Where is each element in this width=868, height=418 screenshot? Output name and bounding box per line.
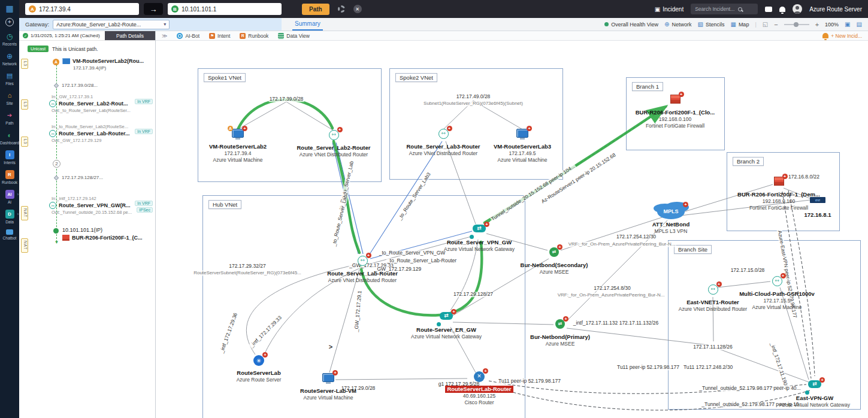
sidebar-item-recents[interactable]: ◷Recents — [0, 32, 19, 46]
sidebar-item-path[interactable]: ➔Path — [0, 111, 19, 125]
sidebar-item-ai[interactable]: AIAI› — [0, 190, 19, 204]
source-input[interactable]: A 172.17.39.4 — [25, 3, 139, 15]
incident-search-input[interactable]: Search Incident... — [691, 4, 758, 14]
node-name: Route-Server_ER_GW — [395, 326, 497, 334]
path-endpoint-b[interactable]: 10.101.101.1(IP)BUR-R206-Forti200F-1_(C.… — [49, 227, 155, 241]
gateway-select[interactable]: Azure:Route_Server_Lab2-Route... ▾ — [53, 20, 170, 29]
map-node-route-server-lab2-router[interactable]: ‹·›+Route_Server_Lab2-RouterAzure VNet D… — [283, 130, 385, 158]
path-subnet[interactable]: 172.17.39.0/28... — [49, 83, 155, 88]
hop-name: Route_Server_Lab-Router... — [59, 131, 130, 137]
sidebar-item-data[interactable]: DData› — [0, 210, 19, 224]
sidebar-item-files[interactable]: ▤Files — [0, 71, 19, 86]
fit-to-screen-icon[interactable]: ◱ — [763, 21, 768, 28]
new-incident-button[interactable]: + New Incid... — [822, 33, 862, 39]
node-name: ATT_NetBond — [620, 221, 722, 228]
layer-badge: NAT — [21, 206, 28, 220]
sidebar-item-label: Files — [5, 81, 14, 86]
path-subnet[interactable]: 172.17.29.128/27... — [49, 175, 155, 180]
sidebar-item-runbook[interactable]: RRunbook — [0, 170, 19, 184]
map-node-route-server-er-gw[interactable]: ⇄+Route-Server_ER_GWAzure Virtual Networ… — [395, 312, 497, 340]
subnet-icon — [54, 175, 59, 180]
sidebar-item-network[interactable]: ⊕Network — [0, 52, 19, 66]
plus-badge-icon: + — [781, 273, 786, 278]
node-sub: Azure Virtual Machine — [277, 395, 379, 401]
edge-label: RouteServerSubnet(RouteServer_RG)(073e6f… — [193, 271, 302, 276]
edge-label: > — [328, 343, 333, 350]
incident-button[interactable]: ▣ Incident — [655, 6, 683, 13]
path-hop[interactable]: In:_intf_172.17.29.142‹·›Route_Server_VP… — [49, 196, 155, 215]
sidebar-item-chatbot[interactable]: Chatbot — [0, 229, 19, 240]
source-a-badge: A — [29, 5, 36, 13]
map-node-bur-netbond-secondary[interactable]: ⇄+Bur-Netbond(Secondary)Azure MSEE — [503, 247, 605, 275]
vr-icon: ‹·› — [708, 284, 718, 295]
zoom-slider-thumb[interactable] — [794, 22, 799, 27]
toolbar-tab-intent[interactable]: ⚑Intent — [209, 33, 230, 39]
user-avatar[interactable] — [793, 4, 802, 14]
notifications-bell-icon[interactable] — [779, 7, 785, 12]
map-menu[interactable]: ▦ Map — [730, 21, 749, 28]
app-title: Azure Route Server — [809, 6, 862, 13]
tab-summary[interactable]: Summary — [292, 18, 323, 31]
map-node-vm-routeserverlab3[interactable]: +VM-RouteServerLab3172.17.49.5Azure Virt… — [471, 129, 573, 163]
node-name: 172.16.8.1 — [767, 211, 868, 219]
sidebar-item-dashboard[interactable]: ◐Dashboard — [0, 131, 19, 145]
toolbar-tab-ai-bot[interactable]: AI-Bot — [177, 33, 199, 39]
path-settings-gear-icon[interactable] — [338, 5, 345, 13]
files-icon: ▤ — [5, 71, 14, 80]
path-hop[interactable]: In:_GW_172.17.39.1‹·›Route_Server_Lab2-R… — [49, 94, 155, 113]
map-node-att-netbond[interactable]: MPLS+ATT_NetBondMPLS L3 VPN — [620, 205, 722, 235]
map-node-multi-cloud-path-csr1000v[interactable]: ‹·›+Multi-Cloud-Path-CSR1000v172.17.15.5… — [726, 276, 828, 311]
map-node-bur-r206-forti200f-1-branch1[interactable]: +BUR-R206-Forti200F-1_(Clo...192.168.0.1… — [624, 95, 726, 129]
map-node-vm-routeserverlab2[interactable]: A+VM-RouteServerLab2172.17.39.4Azure Vir… — [187, 129, 289, 163]
chat-icon[interactable] — [765, 7, 772, 12]
health-dot-icon — [604, 22, 609, 26]
close-icon[interactable]: ✕ — [353, 5, 362, 13]
map-node-routeserverlab-router[interactable]: ✕+RouteServerLab-Router40.69.160.125Cisc… — [428, 371, 530, 406]
overall-health-view-toggle[interactable]: Overall Health View — [604, 22, 658, 28]
plus-badge-icon: + — [242, 126, 247, 131]
export-icon[interactable]: ▤ — [857, 21, 862, 28]
stencils-menu[interactable]: ▧ Stencils — [697, 21, 724, 28]
sidebar-item-intents[interactable]: IIntents — [0, 150, 19, 165]
node-sub: Azure Virtual Machine — [726, 304, 828, 311]
destination-value: 10.101.101.1 — [182, 6, 216, 13]
path-button[interactable]: Path — [302, 4, 329, 15]
collapse-chevrons-icon[interactable]: ≫ — [162, 33, 167, 39]
sidebar-item-add[interactable]: + — [0, 18, 19, 26]
add-icon: + — [5, 18, 14, 26]
plus-badge-icon: + — [483, 368, 488, 374]
separator: | — [755, 22, 756, 28]
settings-icon[interactable]: ▣ — [845, 21, 850, 28]
direction-arrow-button[interactable]: → — [144, 3, 163, 15]
path-hop[interactable]: In:_to_Route_Server_Lab2(RouteSe...‹·›Ro… — [49, 124, 155, 143]
search-icon — [738, 7, 742, 11]
edge-label: Subnet1(RouteServer_RG)(073e6f45)(Subnet… — [423, 101, 524, 107]
toolbar-tab-runbook[interactable]: RRunbook — [240, 33, 268, 39]
unicast-note: This is Unicast path. — [52, 46, 98, 52]
map-node-bur-netbond-primary[interactable]: ⇄+Bur-Netbond(Primary)Azure MSEE — [509, 319, 611, 347]
network-icon: ⊕ — [5, 52, 14, 60]
node-name: Bur-Netbond(Primary) — [509, 334, 611, 341]
path-endpoint-a[interactable]: AVM-RouteServerLab2(Rou...172.17.39.4(IP… — [49, 58, 155, 71]
map-node-routeserver-lab-vm[interactable]: +RouteServer-Lab-VMAzure Virtual Machine — [277, 373, 379, 401]
edge-label: VRF:_for_On-Prem_AzurePrivatePeering_Bur… — [557, 293, 666, 298]
edge-label: 172.17.254.12/30 — [616, 234, 657, 240]
path-details-tab[interactable]: Path Details — [105, 31, 155, 40]
recents-icon: ◷ — [5, 32, 14, 41]
zoom-in-button[interactable]: + — [815, 21, 819, 28]
topology-map[interactable]: Spoke1 VNetSpoke2 VNetBranch 1Branch 2Hu… — [156, 41, 868, 418]
edge — [238, 99, 332, 129]
map-node-route-server-lab-router[interactable]: ‹·›+Route_Server_Lab-RouterAzure VNet Di… — [311, 256, 413, 284]
zoom-out-button[interactable]: − — [774, 21, 778, 28]
sidebar-item-apps[interactable]: ▦ — [0, 4, 19, 13]
destination-input[interactable]: B 10.101.101.1 — [168, 3, 282, 15]
unicast-badge: Unicast — [28, 46, 49, 52]
sidebar-item-site[interactable]: ⌂Site — [0, 91, 19, 105]
network-menu[interactable]: ⊕ Network — [664, 21, 691, 28]
zoom-slider[interactable] — [784, 24, 809, 25]
toolbar-tab-data-view[interactable]: Data View — [278, 33, 310, 39]
plus-badge-icon: + — [716, 281, 722, 287]
map-node-switch-172-16-8-1[interactable]: ⇄⇄172.16.8.1 — [767, 197, 868, 219]
map-node-east-vpn-gw[interactable]: ⇄+East-VPN-GWAzure Virtual Network Gatew… — [764, 380, 866, 408]
ai-icon: AI — [5, 190, 14, 199]
